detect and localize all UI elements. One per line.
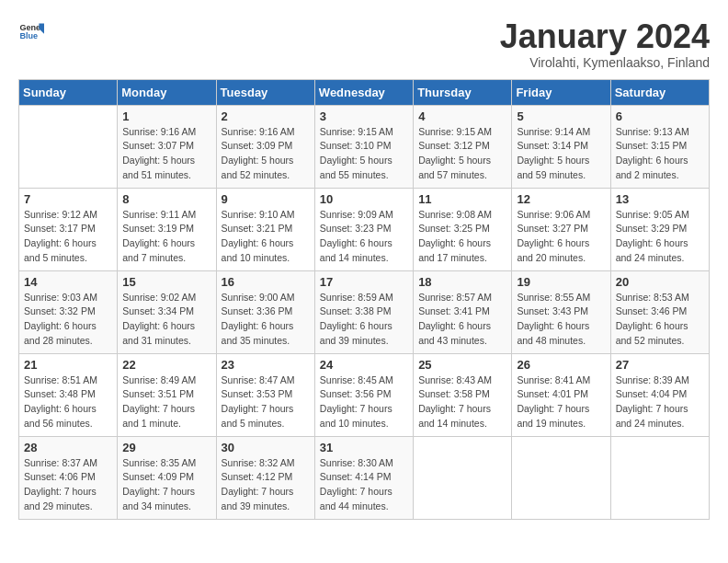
day-number: 19: [517, 275, 605, 289]
location: Virolahti, Kymenlaakso, Finland: [500, 55, 710, 70]
calendar-cell: 2Sunrise: 9:16 AM Sunset: 3:09 PM Daylig…: [216, 105, 314, 188]
logo-icon: General Blue: [18, 18, 44, 44]
day-info: Sunrise: 8:39 AM Sunset: 4:04 PM Dayligh…: [616, 373, 704, 431]
calendar-cell: 5Sunrise: 9:14 AM Sunset: 3:14 PM Daylig…: [512, 105, 610, 188]
calendar-cell: [414, 436, 512, 519]
day-info: Sunrise: 8:32 AM Sunset: 4:12 PM Dayligh…: [222, 456, 310, 514]
day-info: Sunrise: 9:12 AM Sunset: 3:17 PM Dayligh…: [24, 208, 112, 266]
calendar-cell: [512, 436, 610, 519]
day-number: 3: [320, 109, 408, 123]
calendar-cell: 22Sunrise: 8:49 AM Sunset: 3:51 PM Dayli…: [118, 353, 216, 436]
day-info: Sunrise: 9:13 AM Sunset: 3:15 PM Dayligh…: [616, 125, 704, 183]
day-info: Sunrise: 8:53 AM Sunset: 3:46 PM Dayligh…: [616, 291, 704, 349]
weekday-header-friday: Friday: [512, 79, 610, 105]
day-number: 31: [320, 441, 408, 454]
day-number: 22: [122, 358, 210, 372]
calendar-cell: 10Sunrise: 9:09 AM Sunset: 3:23 PM Dayli…: [314, 188, 413, 270]
day-info: Sunrise: 9:15 AM Sunset: 3:10 PM Dayligh…: [320, 125, 408, 183]
day-number: 16: [222, 275, 310, 289]
logo: General Blue: [18, 18, 44, 44]
calendar-cell: 1Sunrise: 9:16 AM Sunset: 3:07 PM Daylig…: [118, 105, 216, 188]
day-info: Sunrise: 8:37 AM Sunset: 4:06 PM Dayligh…: [24, 456, 112, 514]
day-number: 18: [418, 275, 506, 289]
day-info: Sunrise: 9:14 AM Sunset: 3:14 PM Dayligh…: [517, 125, 605, 183]
calendar-cell: [19, 105, 118, 188]
day-number: 7: [24, 192, 112, 206]
day-info: Sunrise: 8:57 AM Sunset: 3:41 PM Dayligh…: [418, 291, 506, 349]
day-number: 23: [222, 358, 310, 372]
day-number: 2: [222, 109, 310, 123]
calendar-cell: 17Sunrise: 8:59 AM Sunset: 3:38 PM Dayli…: [314, 270, 413, 353]
day-info: Sunrise: 8:45 AM Sunset: 3:56 PM Dayligh…: [320, 373, 408, 431]
weekday-header-wednesday: Wednesday: [314, 79, 413, 105]
calendar-cell: 4Sunrise: 9:15 AM Sunset: 3:12 PM Daylig…: [414, 105, 512, 188]
day-info: Sunrise: 8:41 AM Sunset: 4:01 PM Dayligh…: [517, 373, 605, 431]
calendar-cell: 31Sunrise: 8:30 AM Sunset: 4:14 PM Dayli…: [314, 436, 413, 519]
calendar-cell: 27Sunrise: 8:39 AM Sunset: 4:04 PM Dayli…: [610, 353, 709, 436]
calendar-cell: 25Sunrise: 8:43 AM Sunset: 3:58 PM Dayli…: [414, 353, 512, 436]
calendar-cell: 6Sunrise: 9:13 AM Sunset: 3:15 PM Daylig…: [610, 105, 709, 188]
day-info: Sunrise: 9:03 AM Sunset: 3:32 PM Dayligh…: [24, 291, 112, 349]
day-info: Sunrise: 9:10 AM Sunset: 3:21 PM Dayligh…: [222, 208, 310, 266]
calendar-cell: 30Sunrise: 8:32 AM Sunset: 4:12 PM Dayli…: [216, 436, 314, 519]
calendar-cell: [610, 436, 709, 519]
calendar-cell: 9Sunrise: 9:10 AM Sunset: 3:21 PM Daylig…: [216, 188, 314, 270]
day-info: Sunrise: 8:43 AM Sunset: 3:58 PM Dayligh…: [418, 373, 506, 431]
day-info: Sunrise: 9:16 AM Sunset: 3:07 PM Dayligh…: [122, 125, 210, 183]
weekday-header-thursday: Thursday: [414, 79, 512, 105]
svg-marker-2: [39, 24, 44, 34]
day-info: Sunrise: 9:02 AM Sunset: 3:34 PM Dayligh…: [122, 291, 210, 349]
day-number: 21: [24, 358, 112, 372]
day-number: 8: [122, 192, 210, 206]
weekday-header-monday: Monday: [118, 79, 216, 105]
calendar-cell: 7Sunrise: 9:12 AM Sunset: 3:17 PM Daylig…: [19, 188, 118, 270]
calendar-cell: 20Sunrise: 8:53 AM Sunset: 3:46 PM Dayli…: [610, 270, 709, 353]
day-number: 27: [616, 358, 704, 372]
day-info: Sunrise: 9:11 AM Sunset: 3:19 PM Dayligh…: [122, 208, 210, 266]
calendar-cell: 18Sunrise: 8:57 AM Sunset: 3:41 PM Dayli…: [414, 270, 512, 353]
svg-text:Blue: Blue: [19, 31, 38, 40]
day-info: Sunrise: 9:08 AM Sunset: 3:25 PM Dayligh…: [418, 208, 506, 266]
day-number: 15: [122, 275, 210, 289]
day-number: 1: [122, 109, 210, 123]
calendar-cell: 19Sunrise: 8:55 AM Sunset: 3:43 PM Dayli…: [512, 270, 610, 353]
calendar-cell: 23Sunrise: 8:47 AM Sunset: 3:53 PM Dayli…: [216, 353, 314, 436]
calendar-cell: 8Sunrise: 9:11 AM Sunset: 3:19 PM Daylig…: [118, 188, 216, 270]
day-number: 13: [616, 192, 704, 206]
title-section: January 2024 Virolahti, Kymenlaakso, Fin…: [500, 18, 710, 70]
day-number: 25: [418, 358, 506, 372]
day-number: 20: [616, 275, 704, 289]
day-info: Sunrise: 8:30 AM Sunset: 4:14 PM Dayligh…: [320, 456, 408, 514]
day-number: 11: [418, 192, 506, 206]
calendar-cell: 16Sunrise: 9:00 AM Sunset: 3:36 PM Dayli…: [216, 270, 314, 353]
day-number: 5: [517, 109, 605, 123]
weekday-header-sunday: Sunday: [19, 79, 118, 105]
day-info: Sunrise: 8:55 AM Sunset: 3:43 PM Dayligh…: [517, 291, 605, 349]
calendar-cell: 11Sunrise: 9:08 AM Sunset: 3:25 PM Dayli…: [414, 188, 512, 270]
day-number: 28: [24, 441, 112, 454]
calendar-cell: 29Sunrise: 8:35 AM Sunset: 4:09 PM Dayli…: [118, 436, 216, 519]
day-info: Sunrise: 9:05 AM Sunset: 3:29 PM Dayligh…: [616, 208, 704, 266]
calendar-cell: 12Sunrise: 9:06 AM Sunset: 3:27 PM Dayli…: [512, 188, 610, 270]
day-info: Sunrise: 9:00 AM Sunset: 3:36 PM Dayligh…: [222, 291, 310, 349]
calendar-cell: 21Sunrise: 8:51 AM Sunset: 3:48 PM Dayli…: [19, 353, 118, 436]
calendar-cell: 3Sunrise: 9:15 AM Sunset: 3:10 PM Daylig…: [314, 105, 413, 188]
calendar-cell: 26Sunrise: 8:41 AM Sunset: 4:01 PM Dayli…: [512, 353, 610, 436]
day-number: 26: [517, 358, 605, 372]
day-info: Sunrise: 8:35 AM Sunset: 4:09 PM Dayligh…: [122, 456, 210, 514]
calendar-table: SundayMondayTuesdayWednesdayThursdayFrid…: [18, 79, 710, 520]
weekday-header-tuesday: Tuesday: [216, 79, 314, 105]
day-info: Sunrise: 9:09 AM Sunset: 3:23 PM Dayligh…: [320, 208, 408, 266]
day-info: Sunrise: 8:49 AM Sunset: 3:51 PM Dayligh…: [122, 373, 210, 431]
day-info: Sunrise: 9:16 AM Sunset: 3:09 PM Dayligh…: [222, 125, 310, 183]
calendar-cell: 24Sunrise: 8:45 AM Sunset: 3:56 PM Dayli…: [314, 353, 413, 436]
day-number: 10: [320, 192, 408, 206]
day-number: 30: [222, 441, 310, 454]
day-number: 4: [418, 109, 506, 123]
day-number: 24: [320, 358, 408, 372]
day-number: 29: [122, 441, 210, 454]
day-info: Sunrise: 9:06 AM Sunset: 3:27 PM Dayligh…: [517, 208, 605, 266]
day-info: Sunrise: 9:15 AM Sunset: 3:12 PM Dayligh…: [418, 125, 506, 183]
day-number: 14: [24, 275, 112, 289]
month-title: January 2024: [500, 18, 710, 55]
